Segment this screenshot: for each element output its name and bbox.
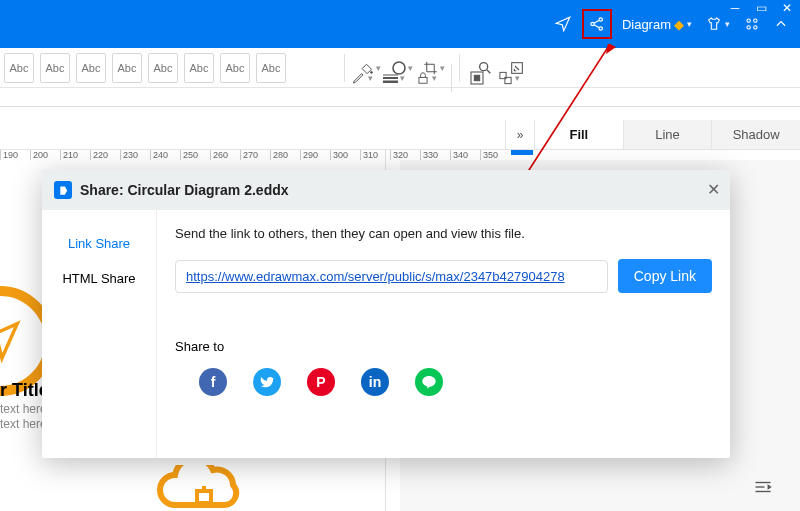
style-abc-8[interactable]: Abc [256,53,286,83]
properties-tabs: 1902002102202302402502602702802903003103… [0,120,800,150]
collapse-ribbon-icon[interactable] [770,13,792,35]
share-dialog: Share: Circular Diagram 2.eddx ✕ Link Sh… [42,170,730,458]
diagram-menu[interactable]: Diagram ◆ ▾ [618,13,696,36]
svg-point-4 [754,19,757,22]
share-description: Send the link to others, then they can o… [175,226,712,241]
style-abc-5[interactable]: Abc [148,53,178,83]
maximize-button[interactable]: ▭ [754,1,768,15]
style-abc-3[interactable]: Abc [76,53,106,83]
dialog-title: Share: Circular Diagram 2.eddx [80,182,289,198]
style-abc-4[interactable]: Abc [112,53,142,83]
dialog-header: Share: Circular Diagram 2.eddx ✕ [42,170,730,210]
svg-rect-14 [418,77,426,83]
style-abc-1[interactable]: Abc [4,53,34,83]
apps-icon[interactable] [740,12,764,36]
svg-point-1 [599,18,602,21]
svg-rect-16 [474,75,479,80]
style-abc-2[interactable]: Abc [40,53,70,83]
share-url-field[interactable]: https://www.edrawmax.com/server/public/s… [175,260,608,293]
window-controls: ─ ▭ ✕ [728,1,794,15]
style-abc-6[interactable]: Abc [184,53,214,83]
facebook-icon[interactable]: f [199,368,227,396]
close-dialog-button[interactable]: ✕ [707,180,720,199]
dialog-sidebar: Link Share HTML Share [42,210,157,458]
premium-icon: ◆ [674,17,684,32]
app-logo-icon [54,181,72,199]
close-window-button[interactable]: ✕ [780,1,794,15]
chevron-down-icon: ▾ [725,19,730,29]
shape-text-1: text here [0,402,47,416]
tab-shadow[interactable]: Shadow [712,120,800,149]
style-abc-7[interactable]: Abc [220,53,250,83]
tab-html-share[interactable]: HTML Share [42,261,156,296]
chevron-down-icon: ▾ [687,19,692,29]
copy-link-button[interactable]: Copy Link [618,259,712,293]
tab-link-share[interactable]: Link Share [42,226,156,261]
twitter-icon[interactable] [253,368,281,396]
tab-fill[interactable]: Fill [535,120,624,149]
shape-text-2: text here [0,417,47,431]
pinterest-icon[interactable]: P [307,368,335,396]
minimize-button[interactable]: ─ [728,1,742,15]
group-icon[interactable]: ▾ [498,67,520,89]
shirt-icon[interactable]: ▾ [702,12,734,36]
svg-point-5 [747,26,750,29]
pencil-icon[interactable]: ▾ [351,67,373,89]
svg-rect-19 [197,491,211,503]
paper-plane-icon [0,318,23,364]
svg-point-0 [591,22,594,25]
line-style-icon[interactable]: ▾ [383,67,405,89]
title-bar: ─ ▭ ✕ Diagram ◆ ▾ ▾ [0,0,800,48]
align-icon[interactable] [754,480,772,494]
diagram-label: Diagram [622,17,671,32]
tab-line[interactable]: Line [624,120,713,149]
share-icon[interactable] [582,9,612,39]
lock-icon[interactable]: ▾ [415,67,437,89]
cloud-shape[interactable] [155,465,255,511]
tab-indicator [511,150,533,155]
select-all-icon[interactable] [466,67,488,89]
svg-point-2 [599,27,602,30]
share-url-link[interactable]: https://www.edrawmax.com/server/public/s… [186,269,565,284]
svg-point-6 [754,26,757,29]
send-icon[interactable] [550,11,576,37]
dialog-main: Send the link to others, then they can o… [157,210,730,458]
linkedin-icon[interactable]: in [361,368,389,396]
svg-point-3 [747,19,750,22]
share-to-label: Share to [175,339,712,354]
line-icon[interactable] [415,368,443,396]
